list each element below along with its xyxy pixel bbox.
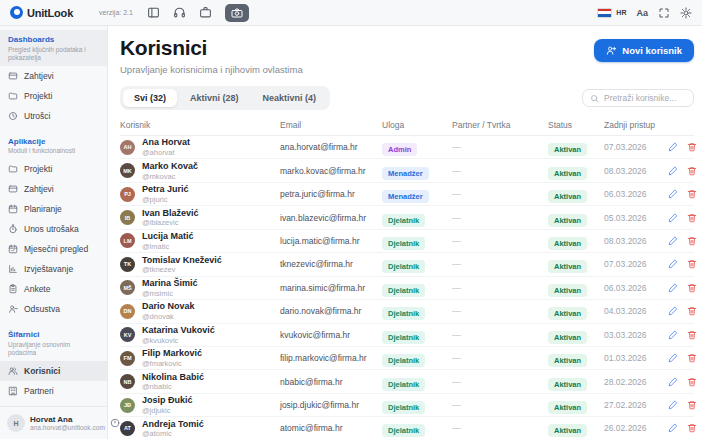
sidebar-item-label: Projekti	[24, 164, 52, 174]
user-name-block: Katarina Vuković@kvukovic	[142, 325, 215, 345]
edit-button[interactable]	[668, 423, 678, 433]
language-label[interactable]: HR	[616, 9, 626, 16]
last-access-date: 05.03.2026	[604, 213, 668, 223]
edit-button[interactable]	[668, 306, 678, 316]
status-tabs: Svi (32)Aktivni (28)Neaktivni (4)	[120, 86, 330, 110]
sidebar-item-izvje-tavanje[interactable]: Izvještavanje	[0, 259, 107, 279]
table-row: LMLucija Matić@lmaticlucija.matic@firma.…	[120, 230, 694, 253]
fullscreen-icon[interactable]	[658, 7, 670, 19]
tab-2[interactable]: Neaktivni (4)	[252, 89, 328, 107]
delete-button[interactable]	[687, 353, 697, 363]
delete-button[interactable]	[687, 377, 697, 387]
person-plus-icon	[606, 45, 617, 56]
status-cell: Aktivan	[548, 209, 604, 227]
table-row: KVKatarina Vuković@kvukovickvukovic@firm…	[120, 324, 694, 347]
user-name-block: Dario Novak@dnovak	[142, 301, 195, 321]
sidebar-item-utro-ci[interactable]: Utrošci	[0, 106, 107, 126]
row-actions	[668, 283, 700, 293]
edit-button[interactable]	[668, 330, 678, 340]
delete-button[interactable]	[687, 283, 697, 293]
edit-button[interactable]	[668, 189, 678, 199]
sidebar-item-mjese-ni-pregled[interactable]: Mjesečni pregled	[0, 239, 107, 259]
status-cell: Aktivan	[548, 419, 604, 437]
delete-button[interactable]	[687, 400, 697, 410]
user-name-block: Ana Horvat@ahorvat	[142, 137, 190, 157]
new-user-button-label: Novi korisnik	[622, 45, 682, 56]
sidebar-item-zahtjevi[interactable]: Zahtjevi	[0, 179, 107, 199]
status-badge: Aktivan	[548, 260, 587, 273]
table-row: AHAna Horvat@ahorvatana.horvat@firma.hrA…	[120, 136, 694, 159]
logo-icon	[10, 6, 23, 19]
sidebar-item-planiranje[interactable]: Planiranje	[0, 199, 107, 219]
role-cell: Djelatnik	[382, 373, 452, 391]
sidebar-user-panel[interactable]: H Horvat Ana ana.horvat@unitlook.com	[0, 406, 107, 439]
panel-toggle-icon[interactable]	[147, 6, 160, 19]
calendar-check-icon	[8, 244, 18, 254]
user-email: marko.kovac@firma.hr	[280, 166, 382, 176]
status-cell: Aktivan	[548, 326, 604, 344]
edit-button[interactable]	[668, 166, 678, 176]
delete-button[interactable]	[687, 236, 697, 246]
sidebar-item-label: Zahtjevi	[24, 184, 54, 194]
delete-button[interactable]	[687, 189, 697, 199]
edit-button[interactable]	[668, 259, 678, 269]
user-email: josip.djukic@firma.hr	[280, 400, 382, 410]
tab-1[interactable]: Aktivni (28)	[179, 89, 250, 107]
sidebar-item-odsustva[interactable]: Odsustva	[0, 299, 107, 319]
edit-button[interactable]	[668, 236, 678, 246]
delete-button[interactable]	[687, 213, 697, 223]
delete-button[interactable]	[687, 306, 697, 316]
user-name-block: Josip Đukić@jdjukic	[142, 395, 193, 415]
row-actions	[668, 236, 700, 246]
sidebar-item-unos-utro-aka[interactable]: Unos utrošaka	[0, 219, 107, 239]
avatar: MK	[120, 163, 135, 178]
user-cell: KVKatarina Vuković@kvukovic	[120, 325, 280, 345]
requests-icon	[8, 71, 18, 81]
font-size-button[interactable]: Aa	[636, 8, 648, 18]
edit-button[interactable]	[668, 213, 678, 223]
row-actions	[668, 306, 700, 316]
sidebar-item-korisnici[interactable]: Korisnici	[0, 361, 107, 381]
edit-button[interactable]	[668, 283, 678, 293]
user-name: Tomislav Knežević	[142, 255, 222, 266]
theme-sun-icon[interactable]	[680, 7, 692, 19]
delete-button[interactable]	[687, 330, 697, 340]
avatar: AH	[120, 140, 135, 155]
last-access-date: 07.03.2026	[604, 259, 668, 269]
last-access-date: 27.02.2026	[604, 400, 668, 410]
role-cell: Djelatnik	[382, 326, 452, 344]
edit-button[interactable]	[668, 353, 678, 363]
row-actions	[668, 213, 700, 223]
role-badge: Djelatnik	[382, 331, 425, 344]
delete-button[interactable]	[687, 259, 697, 269]
delete-button[interactable]	[687, 166, 697, 176]
search-input[interactable]	[604, 93, 686, 103]
edit-button[interactable]	[668, 400, 678, 410]
last-access-date: 28.02.2026	[604, 377, 668, 387]
tab-0[interactable]: Svi (32)	[123, 89, 177, 107]
role-cell: Djelatnik	[382, 349, 452, 367]
delete-button[interactable]	[687, 423, 697, 433]
sidebar-item-projekti[interactable]: Projekti	[0, 159, 107, 179]
user-name: Petra Jurić	[142, 184, 189, 195]
sidebar-item-zahtjevi[interactable]: Zahtjevi	[0, 66, 107, 86]
camera-icon[interactable]	[225, 4, 249, 22]
role-badge: Djelatnik	[382, 424, 425, 437]
role-cell: Djelatnik	[382, 302, 452, 320]
user-cell: ATAndreja Tomić@atomic	[120, 419, 280, 439]
delete-button[interactable]	[687, 142, 697, 152]
flag-hr-icon[interactable]	[597, 8, 612, 18]
briefcase-icon[interactable]	[199, 6, 212, 19]
headphones-icon[interactable]	[173, 6, 186, 19]
user-cell: MKMarko Kovač@mkovac	[120, 161, 280, 181]
sidebar-item-projekti[interactable]: Projekti	[0, 86, 107, 106]
edit-button[interactable]	[668, 377, 678, 387]
user-name-block: Tomislav Knežević@tknezev	[142, 255, 222, 275]
sidebar-item-ankete[interactable]: Ankete	[0, 279, 107, 299]
partner-value: —	[452, 283, 548, 293]
edit-button[interactable]	[668, 142, 678, 152]
sidebar-item-partneri[interactable]: Partneri	[0, 381, 107, 401]
search-box	[582, 89, 694, 107]
new-user-button[interactable]: Novi korisnik	[594, 39, 694, 62]
role-cell: Menadžer	[382, 162, 452, 180]
